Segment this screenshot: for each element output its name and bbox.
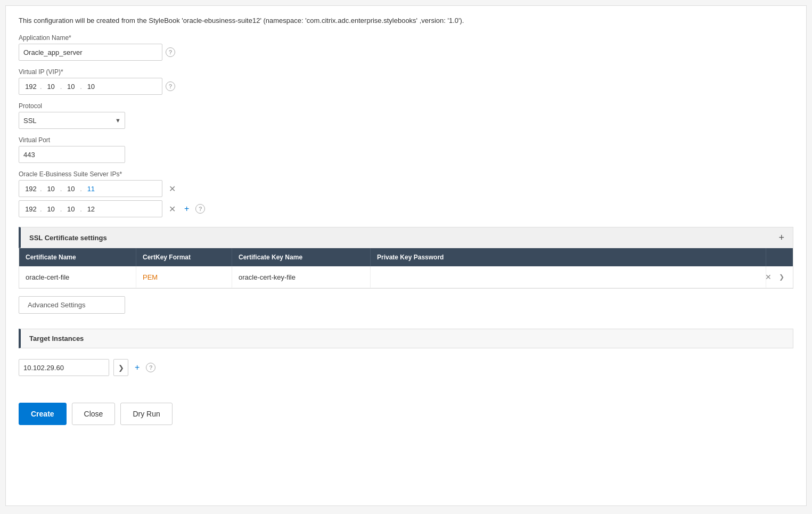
server-ip-item-1: . . . ✕: [19, 180, 793, 197]
ssl-row-remove-button[interactable]: ✕: [763, 272, 774, 282]
th-cert-name: Certificate Name: [19, 248, 136, 266]
ssl-table-header: Certificate Name CertKey Format Certific…: [19, 248, 793, 266]
ssl-cert-name: oracle-cert-file: [19, 266, 136, 288]
server-ip-input-group-1: . . .: [19, 180, 162, 197]
app-name-row: ?: [19, 44, 793, 61]
server-ip2-seg2[interactable]: [43, 205, 60, 213]
virtual-port-input[interactable]: [19, 146, 125, 163]
target-instance-input[interactable]: [19, 359, 109, 376]
app-name-input[interactable]: [19, 44, 162, 61]
close-button[interactable]: Close: [72, 403, 116, 425]
ssl-section-header: SSL Certificate settings +: [19, 227, 793, 248]
vip-segment-2[interactable]: [43, 83, 60, 91]
server-ip-add-button[interactable]: +: [182, 203, 191, 215]
protocol-select-wrapper: SSL HTTP HTTPS TCP ▼: [19, 112, 125, 129]
protocol-select[interactable]: SSL HTTP HTTPS TCP: [19, 112, 125, 129]
target-instances-row: ❯ + ?: [19, 359, 793, 376]
ssl-table-container: Certificate Name CertKey Format Certific…: [19, 248, 793, 289]
app-name-help-icon[interactable]: ?: [166, 47, 175, 57]
vip-segment-3[interactable]: [62, 83, 79, 91]
target-instances-input-area: ❯ + ?: [19, 348, 793, 381]
server-ip1-seg1[interactable]: [22, 185, 39, 193]
protocol-label: Protocol: [19, 102, 793, 110]
target-instances-title: Target Instances: [29, 334, 84, 342]
ssl-row-actions: ✕ ❯: [766, 266, 793, 288]
server-ip1-seg4[interactable]: [83, 185, 100, 193]
th-cert-key-name: Certificate Key Name: [232, 248, 371, 266]
target-instance-help-icon[interactable]: ?: [146, 363, 155, 372]
ssl-section-title: SSL Certificate settings: [29, 234, 107, 242]
vip-input-group: . . .: [19, 78, 162, 95]
vip-help-icon[interactable]: ?: [166, 81, 175, 91]
ssl-cert-key-name: oracle-cert-key-file: [232, 266, 371, 288]
footer-buttons: Create Close Dry Run: [19, 394, 793, 425]
vip-segment-1[interactable]: [22, 83, 39, 91]
dry-run-button[interactable]: Dry Run: [120, 403, 172, 425]
ssl-row-edit-button[interactable]: ❯: [777, 272, 786, 282]
server-ip1-seg2[interactable]: [43, 185, 60, 193]
info-text: This configuration will be created from …: [19, 17, 793, 25]
th-private-key-password: Private Key Password: [371, 248, 766, 266]
server-ip2-seg3[interactable]: [62, 205, 79, 213]
server-ip1-seg3[interactable]: [62, 185, 79, 193]
protocol-field-group: Protocol SSL HTTP HTTPS TCP ▼: [19, 102, 793, 129]
advanced-settings-button[interactable]: Advanced Settings: [19, 296, 125, 314]
server-ips-field-group: Oracle E-Business Suite Server IPs* . . …: [19, 170, 793, 217]
ssl-certkey-format: PEM: [136, 266, 232, 288]
ssl-add-button[interactable]: +: [778, 233, 784, 242]
app-name-label: Application Name*: [19, 34, 793, 42]
server-ip2-seg4[interactable]: [83, 205, 100, 213]
target-instance-arrow-button[interactable]: ❯: [113, 359, 128, 376]
vip-label: Virtual IP (VIP)*: [19, 68, 793, 76]
virtual-port-field-group: Virtual Port: [19, 136, 793, 163]
target-instances-section: Target Instances: [19, 329, 793, 348]
virtual-port-label: Virtual Port: [19, 136, 793, 144]
th-actions: [766, 248, 793, 266]
server-ip-input-group-2: . . .: [19, 200, 162, 217]
server-ips-help-icon[interactable]: ?: [195, 204, 205, 214]
th-certkey-format: CertKey Format: [136, 248, 232, 266]
ssl-table-row: oracle-cert-file PEM oracle-cert-key-fil…: [19, 266, 793, 288]
vip-row: . . . ?: [19, 78, 793, 95]
server-ip2-remove-button[interactable]: ✕: [167, 203, 178, 215]
server-ips-label: Oracle E-Business Suite Server IPs*: [19, 170, 793, 178]
target-instance-add-button[interactable]: +: [133, 362, 142, 373]
create-button[interactable]: Create: [19, 403, 67, 425]
server-ip2-seg1[interactable]: [22, 205, 39, 213]
app-name-field-group: Application Name* ?: [19, 34, 793, 61]
ssl-private-key-password: [371, 266, 766, 288]
server-ip-item-2: . . . ✕ + ?: [19, 200, 793, 217]
vip-field-group: Virtual IP (VIP)* . . . ?: [19, 68, 793, 95]
server-ip1-remove-button[interactable]: ✕: [167, 183, 178, 195]
vip-segment-4[interactable]: [83, 83, 100, 91]
